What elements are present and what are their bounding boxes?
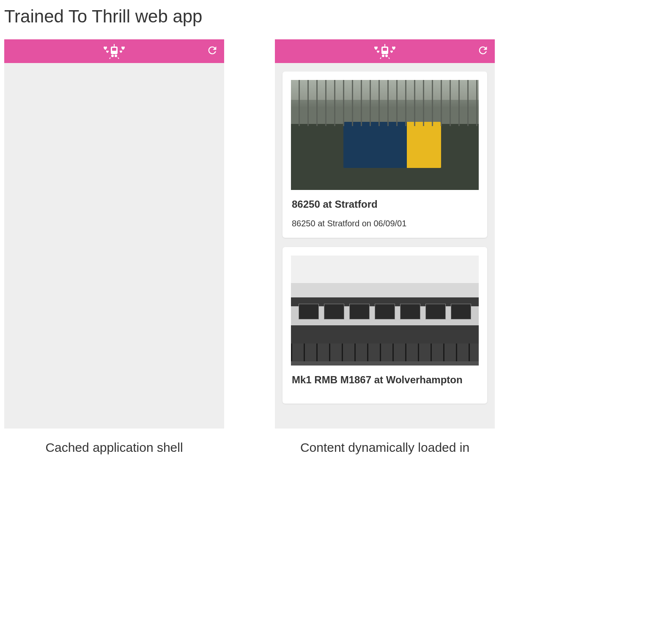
- app-header: [4, 39, 224, 63]
- refresh-icon: [206, 44, 218, 58]
- svg-rect-1: [112, 48, 116, 51]
- right-phone-panel: 86250 at Stratford 86250 at Stratford on…: [275, 39, 495, 429]
- empty-content-area: [4, 63, 224, 429]
- card-body: Mk1 RMB M1867 at Wolverhampton: [283, 366, 487, 404]
- content-card[interactable]: Mk1 RMB M1867 at Wolverhampton: [283, 247, 487, 404]
- card-image: [291, 256, 479, 366]
- card-title: 86250 at Stratford: [292, 198, 478, 210]
- panels-container: Cached application shell: [4, 39, 668, 455]
- right-panel-caption: Content dynamically loaded in: [300, 440, 469, 455]
- svg-rect-7: [384, 44, 385, 47]
- card-image: [291, 80, 479, 190]
- svg-point-9: [385, 55, 388, 57]
- svg-point-8: [382, 55, 384, 57]
- train-hearts-icon: [101, 43, 127, 59]
- left-panel-caption: Cached application shell: [45, 440, 183, 455]
- content-area: 86250 at Stratford 86250 at Stratford on…: [275, 63, 495, 429]
- card-title: Mk1 RMB M1867 at Wolverhampton: [292, 374, 478, 386]
- train-hearts-icon: [372, 43, 398, 59]
- card-body: 86250 at Stratford 86250 at Stratford on…: [283, 190, 487, 238]
- refresh-button[interactable]: [206, 44, 218, 58]
- svg-rect-2: [114, 44, 115, 47]
- svg-point-4: [115, 55, 117, 57]
- app-header: [275, 39, 495, 63]
- refresh-button[interactable]: [477, 44, 489, 58]
- card-description: 86250 at Stratford on 06/09/01: [292, 219, 478, 228]
- svg-point-3: [111, 55, 114, 57]
- left-phone-panel: [4, 39, 224, 429]
- content-card[interactable]: 86250 at Stratford 86250 at Stratford on…: [283, 71, 487, 238]
- page-title: Trained To Thrill web app: [4, 6, 668, 27]
- refresh-icon: [477, 44, 489, 58]
- right-panel-wrapper: 86250 at Stratford 86250 at Stratford on…: [275, 39, 495, 455]
- left-panel-wrapper: Cached application shell: [4, 39, 224, 455]
- svg-rect-6: [383, 48, 387, 51]
